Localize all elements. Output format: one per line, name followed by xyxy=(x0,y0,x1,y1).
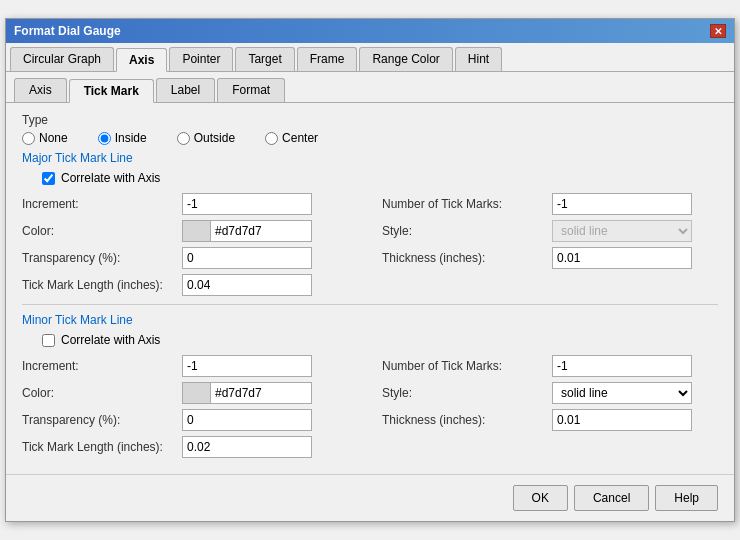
minor-correlate-row: Correlate with Axis xyxy=(22,333,718,347)
major-thickness-label: Thickness (inches): xyxy=(372,251,552,265)
minor-increment-label: Increment: xyxy=(22,359,182,373)
format-dial-gauge-dialog: Format Dial Gauge ✕ Circular Graph Axis … xyxy=(5,18,735,522)
type-radio-row: None Inside Outside Center xyxy=(22,131,718,145)
minor-thickness-label: Thickness (inches): xyxy=(372,413,552,427)
major-thickness-input[interactable] xyxy=(552,247,692,269)
major-tick-link[interactable]: Major Tick Mark Line xyxy=(22,151,718,165)
top-tabs: Circular Graph Axis Pointer Target Frame… xyxy=(6,43,734,72)
close-button[interactable]: ✕ xyxy=(710,24,726,38)
inner-tab-format[interactable]: Format xyxy=(217,78,285,102)
cancel-button[interactable]: Cancel xyxy=(574,485,649,511)
minor-tick-length-label: Tick Mark Length (inches): xyxy=(22,440,182,454)
major-color-label: Color: xyxy=(22,224,182,238)
major-increment-label: Increment: xyxy=(22,197,182,211)
major-num-tick-input[interactable] xyxy=(552,193,692,215)
minor-tick-length-input[interactable] xyxy=(182,436,312,458)
type-label: Type xyxy=(22,113,718,127)
radio-center[interactable]: Center xyxy=(265,131,318,145)
type-section: Type None Inside Outside Center xyxy=(22,113,718,145)
minor-tick-link[interactable]: Minor Tick Mark Line xyxy=(22,313,718,327)
major-color-picker[interactable]: #d7d7d7 xyxy=(182,220,312,242)
divider xyxy=(22,304,718,305)
tab-circular-graph[interactable]: Circular Graph xyxy=(10,47,114,71)
major-correlate-checkbox[interactable] xyxy=(42,172,55,185)
major-color-swatch xyxy=(183,221,211,241)
inner-tab-tick-mark[interactable]: Tick Mark xyxy=(69,79,154,103)
inner-tab-label[interactable]: Label xyxy=(156,78,215,102)
tab-axis[interactable]: Axis xyxy=(116,48,167,72)
major-num-tick-label: Number of Tick Marks: xyxy=(372,197,552,211)
minor-thickness-input[interactable] xyxy=(552,409,692,431)
minor-correlate-label: Correlate with Axis xyxy=(61,333,160,347)
major-color-text: #d7d7d7 xyxy=(211,224,311,238)
minor-increment-input[interactable] xyxy=(182,355,312,377)
inner-tabs: Axis Tick Mark Label Format xyxy=(6,72,734,103)
ok-button[interactable]: OK xyxy=(513,485,568,511)
dialog-title: Format Dial Gauge xyxy=(14,24,121,38)
tab-pointer[interactable]: Pointer xyxy=(169,47,233,71)
radio-outside[interactable]: Outside xyxy=(177,131,235,145)
button-row: OK Cancel Help xyxy=(6,474,734,521)
major-tick-length-input[interactable] xyxy=(182,274,312,296)
radio-none[interactable]: None xyxy=(22,131,68,145)
inner-tab-axis[interactable]: Axis xyxy=(14,78,67,102)
major-style-label: Style: xyxy=(372,224,552,238)
minor-num-tick-input[interactable] xyxy=(552,355,692,377)
major-tick-length-label: Tick Mark Length (inches): xyxy=(22,278,182,292)
major-correlate-row: Correlate with Axis xyxy=(22,171,718,185)
major-form-grid: Increment: Number of Tick Marks: Color: … xyxy=(22,193,718,296)
minor-transparency-input[interactable] xyxy=(182,409,312,431)
title-bar: Format Dial Gauge ✕ xyxy=(6,19,734,43)
minor-color-swatch xyxy=(183,383,211,403)
minor-color-label: Color: xyxy=(22,386,182,400)
minor-color-text: #d7d7d7 xyxy=(211,386,311,400)
minor-correlate-checkbox[interactable] xyxy=(42,334,55,347)
major-correlate-label: Correlate with Axis xyxy=(61,171,160,185)
major-style-select: solid line xyxy=(552,220,692,242)
minor-form-grid: Increment: Number of Tick Marks: Color: … xyxy=(22,355,718,458)
help-button[interactable]: Help xyxy=(655,485,718,511)
minor-num-tick-label: Number of Tick Marks: xyxy=(372,359,552,373)
minor-style-select[interactable]: solid line xyxy=(552,382,692,404)
major-increment-input[interactable] xyxy=(182,193,312,215)
minor-style-label: Style: xyxy=(372,386,552,400)
tab-hint[interactable]: Hint xyxy=(455,47,502,71)
major-transparency-label: Transparency (%): xyxy=(22,251,182,265)
minor-color-picker[interactable]: #d7d7d7 xyxy=(182,382,312,404)
minor-transparency-label: Transparency (%): xyxy=(22,413,182,427)
tab-range-color[interactable]: Range Color xyxy=(359,47,452,71)
major-transparency-input[interactable] xyxy=(182,247,312,269)
tab-frame[interactable]: Frame xyxy=(297,47,358,71)
tab-target[interactable]: Target xyxy=(235,47,294,71)
content-area: Type None Inside Outside Center xyxy=(6,103,734,474)
radio-inside[interactable]: Inside xyxy=(98,131,147,145)
